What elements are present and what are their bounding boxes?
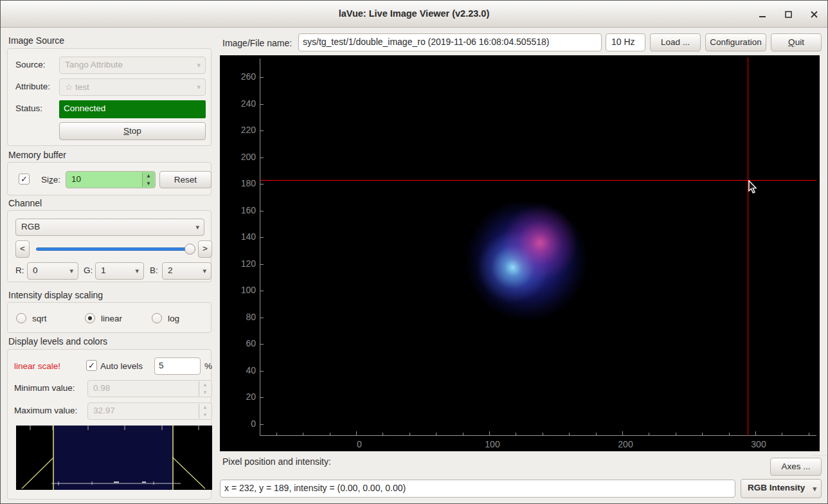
tick-mark [260,371,264,372]
tick-label: 60 [226,338,256,348]
channel-next-button[interactable]: > [198,240,212,258]
tick-label: 0 [226,419,256,429]
tick-mark [260,291,264,291]
file-name-input[interactable]: sys/tg_test/1/double_image_ro (2019-11-0… [298,33,602,51]
tick-mark [260,424,264,425]
x-axis-line [260,435,816,436]
buffer-size-spinbox[interactable]: 10 ▲▼ [66,171,156,188]
buffer-checkbox[interactable]: ✓ [19,174,30,184]
tick-mark [755,431,756,435]
tick-label: 140 [226,231,256,242]
max-label: Maximum value: [14,406,77,415]
tick-label: 200 [226,152,256,162]
display-levels-group: linear scale! ✓ Auto levels 5 % Minimum … [7,349,212,500]
tick-mark [260,158,264,158]
tick-label: 260 [226,71,256,82]
star-icon: ☆ [65,82,73,92]
chevron-down-icon: ▾ [813,485,816,493]
minimize-icon[interactable] [754,6,771,22]
tick-mark [543,433,543,435]
tick-mark [569,433,570,435]
window-title: laVue: Live Image Viewer (v2.23.0) [1,8,827,19]
b-label: B: [150,266,158,275]
chevron-down-icon: ▾ [197,61,201,69]
chevron-down-icon: ▾ [197,83,201,91]
channel-prev-button[interactable]: < [15,240,30,258]
tick-mark [303,433,303,435]
channel-slider-handle[interactable] [184,244,195,255]
configuration-button[interactable]: Configuration [705,33,766,51]
tick-mark [436,433,437,435]
tick-mark [260,211,264,212]
image-source-title: Image Source [8,35,64,46]
status-label: Status: [15,104,42,113]
tick-mark [596,433,597,435]
b-select[interactable]: 2▾ [162,262,212,280]
tick-mark [489,431,490,435]
sqrt-radio[interactable] [16,313,26,323]
log-label: log [168,314,179,323]
tick-mark [649,433,649,435]
tick-label: 20 [226,392,256,402]
display-levels-title: Display levels and colors [8,336,107,346]
spin-arrows-icon[interactable]: ▲▼ [142,172,154,187]
min-label: Minimum value: [14,383,75,393]
titlebar: laVue: Live Image Viewer (v2.23.0) [1,1,827,28]
tick-mark [729,433,730,435]
intensity-scaling-title: Intensity display scaling [8,290,103,300]
tick-mark [260,397,264,398]
image-plot[interactable]: 0204060801001201401601802002202402600100… [220,55,820,451]
sqrt-label: sqrt [32,314,47,323]
r-select[interactable]: 0▾ [27,262,78,280]
tick-mark [463,433,464,435]
maximize-icon[interactable] [780,6,797,22]
crosshair-vertical-line [748,57,748,436]
memory-buffer-title: Memory buffer [8,150,66,160]
tick-mark [260,264,264,265]
g-select[interactable]: 1▾ [95,262,144,280]
tick-mark [516,433,516,435]
tick-label: 160 [226,205,256,215]
tick-mark [382,433,383,435]
axes-button[interactable]: Axes ... [770,458,822,476]
load-button[interactable]: Load ... [650,33,701,51]
intensity-mode-select[interactable]: RGB Intensity ▾ [741,479,822,498]
intensity-scaling-group: sqrt linear log [7,302,212,333]
tick-mark [260,104,264,105]
size-label: Size: [41,175,60,184]
scale-warning: linear scale! [14,361,60,371]
auto-levels-checkbox[interactable]: ✓ [86,360,97,371]
log-radio[interactable] [152,313,162,323]
crosshair-horizontal-line [260,180,816,181]
chevron-down-icon: ▾ [135,267,139,275]
tick-label: 80 [226,312,256,322]
max-value-spinbox: 32.97 ▲▼ [87,402,212,420]
tick-mark [330,433,330,435]
tick-label: 200 [615,439,636,449]
quit-button[interactable]: Quit [771,33,822,51]
channel-slider-track[interactable] [36,248,194,251]
refresh-rate-field[interactable]: 10 Hz [606,33,645,51]
beam-spot-image [465,203,588,325]
tick-mark [260,77,264,78]
linear-radio[interactable] [85,313,95,323]
levels-histogram[interactable] [16,425,212,490]
tick-mark [702,433,703,435]
channel-group: RGB ▾ < > R: 0▾ G: 1▾ B: 2▾ [7,210,212,282]
tick-label: 300 [748,439,770,449]
tick-label: 240 [226,98,256,109]
close-icon[interactable] [806,6,822,22]
auto-levels-input[interactable]: 5 [154,357,201,375]
reset-button[interactable]: Reset [159,171,212,188]
channel-title: Channel [8,198,42,208]
spin-arrows-icon: ▲▼ [199,381,211,396]
stop-button[interactable]: Stop [59,122,206,140]
tick-mark [260,344,264,345]
pixel-intensity-readout[interactable]: x = 232, y = 189, intensity = (0.00, 0.0… [220,480,735,498]
tick-label: 120 [226,258,256,269]
file-name-label: Image/File name: [222,38,292,48]
tick-label: 180 [226,178,256,188]
tick-mark [260,318,264,318]
channel-mode-select[interactable]: RGB ▾ [15,219,204,236]
source-select: Tango Attribute ▾ [59,57,206,74]
